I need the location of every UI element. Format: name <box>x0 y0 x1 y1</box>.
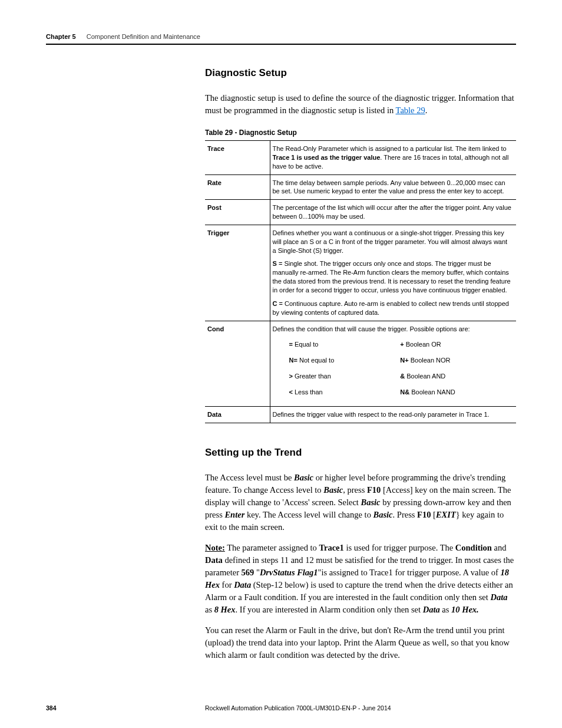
table-row: Trigger Defines whether you want a conti… <box>205 225 516 321</box>
row-label-post: Post <box>205 200 270 225</box>
trend-p2: Note: The parameter assigned to Trace1 i… <box>205 542 516 616</box>
row-desc-trace: The Read-Only Parameter which is assigne… <box>270 141 516 175</box>
cond-options-grid: = Equal to + Boolean OR N= Not equal to … <box>289 340 512 396</box>
diagnostic-setup-table: Trace The Read-Only Parameter which is a… <box>205 140 516 423</box>
trend-p1: The Access level must be Basic or higher… <box>205 472 516 533</box>
chapter-title: Component Definition and Maintenance <box>87 33 200 40</box>
table-row: Trace The Read-Only Parameter which is a… <box>205 141 516 175</box>
row-label-data: Data <box>205 406 270 423</box>
table-row: Cond Defines the condition that will cau… <box>205 321 516 406</box>
table-row: Data Defines the trigger value with resp… <box>205 406 516 423</box>
row-label-trigger: Trigger <box>205 225 270 321</box>
row-desc-rate: The time delay between sample periods. A… <box>270 174 516 200</box>
intro-text-post: . <box>425 106 428 115</box>
cond-option: > Greater than <box>289 372 401 381</box>
cond-option: = Equal to <box>289 340 401 349</box>
row-desc-cond: Defines the condition that will cause th… <box>270 321 516 406</box>
intro-text-pre: The diagnostic setup is used to define t… <box>205 93 514 115</box>
publication-id: Rockwell Automation Publication 7000L-UM… <box>205 704 516 711</box>
cond-option: < Less than <box>289 388 401 397</box>
section-title-diagnostic: Diagnostic Setup <box>205 67 516 79</box>
page-number: 384 <box>46 704 205 711</box>
row-label-trace: Trace <box>205 141 270 175</box>
diagnostic-intro: The diagnostic setup is used to define t… <box>205 92 516 117</box>
page-header: Chapter 5 Component Definition and Maint… <box>46 33 516 45</box>
row-label-rate: Rate <box>205 174 270 200</box>
row-desc-data: Defines the trigger value with respect t… <box>270 406 516 423</box>
main-content: Diagnostic Setup The diagnostic setup is… <box>205 67 516 661</box>
row-label-cond: Cond <box>205 321 270 406</box>
cond-option: N+ Boolean NOR <box>400 356 511 365</box>
cond-option: N& Boolean NAND <box>400 388 511 397</box>
chapter-label: Chapter 5 <box>46 33 76 40</box>
cond-option: N= Not equal to <box>289 356 401 365</box>
cond-option: & Boolean AND <box>400 372 511 381</box>
section-title-trend: Setting up the Trend <box>205 447 516 459</box>
table-row: Rate The time delay between sample perio… <box>205 174 516 200</box>
row-desc-post: The percentage of the list which will oc… <box>270 200 516 225</box>
trend-p3: You can reset the Alarm or Fault in the … <box>205 624 516 661</box>
table-29-caption: Table 29 - Diagnostic Setup <box>205 129 516 137</box>
page-footer: 384 Rockwell Automation Publication 7000… <box>46 704 516 711</box>
cond-option: + Boolean OR <box>400 340 511 349</box>
table-row: Post The percentage of the list which wi… <box>205 200 516 225</box>
row-desc-trigger: Defines whether you want a continuous or… <box>270 225 516 321</box>
table-29-link[interactable]: Table 29 <box>396 106 425 115</box>
